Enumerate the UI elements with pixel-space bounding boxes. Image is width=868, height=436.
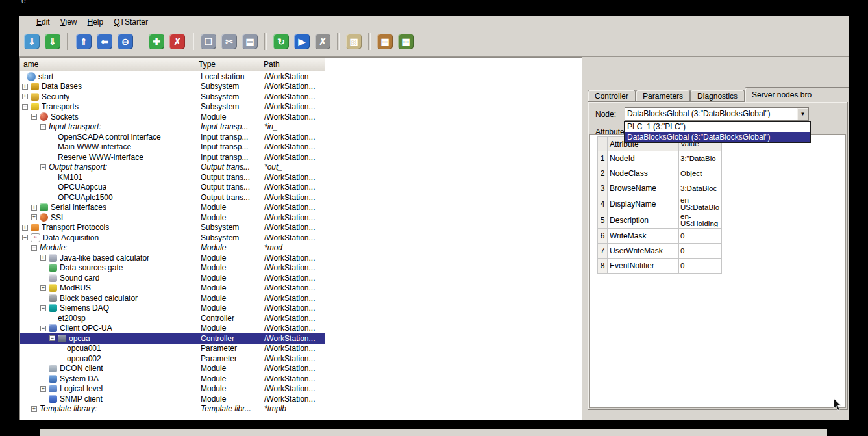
stop-button[interactable]: ✗: [313, 32, 332, 51]
tree-expander-minus-icon[interactable]: −: [49, 335, 55, 341]
tree-expander-plus-icon[interactable]: +: [22, 225, 28, 231]
copy-item-button[interactable]: ❏: [199, 32, 218, 51]
tree-row-opcuaplc1500[interactable]: OPCUAplc1500Output trans.../WorkStation.…: [20, 192, 325, 203]
tree-row-opcua002[interactable]: opcua002Parameter/WorkStation...: [20, 353, 325, 364]
tree-row-data-sources-gate[interactable]: Data sources gateModule/WorkStation...: [20, 263, 325, 274]
tree-expander-plus-icon[interactable]: +: [31, 205, 37, 211]
tab-controller[interactable]: Controller: [588, 90, 636, 102]
delete-item-button[interactable]: ✗: [167, 32, 187, 51]
forward-button[interactable]: ⊖: [116, 32, 135, 51]
tree-expander-minus-icon[interactable]: −: [22, 235, 28, 240]
tree-row-transports[interactable]: −TransportsSubsystem/WorkStation...: [20, 102, 325, 112]
menu-item-view[interactable]: View: [55, 17, 82, 27]
attr-row-userwritemask[interactable]: 7UserWriteMask0: [598, 244, 722, 259]
tree-header-name[interactable]: ame: [20, 58, 195, 71]
menu-item-help[interactable]: Help: [82, 17, 109, 27]
tree-item-path: /WorkStation...: [260, 283, 325, 292]
tree-row-reserve-www-interface[interactable]: Reserve WWW-interfaceInput transp.../Wor…: [20, 152, 325, 162]
tree-row-main-www-interface[interactable]: Main WWW-interfaceInput transp.../WorkSt…: [20, 142, 325, 153]
tree-expander-plus-icon[interactable]: +: [22, 84, 28, 90]
add-item-button[interactable]: ✚: [147, 32, 166, 51]
tree-expander-minus-icon[interactable]: −: [40, 326, 46, 331]
qtstarter-config-button[interactable]: ▦: [375, 32, 395, 51]
tree-row-java-like-based-calculator[interactable]: +Java-like based calculatorModule/WorkSt…: [20, 253, 325, 263]
tree-expander-plus-icon[interactable]: +: [31, 406, 37, 412]
tree-row-serial-interfaces[interactable]: +Serial interfacesModule/WorkStation...: [20, 203, 325, 213]
tree-row-et200sp[interactable]: et200spController/WorkStation...: [20, 313, 325, 324]
tree-row-dcon-client[interactable]: DCON clientModule/WorkStation...: [20, 364, 325, 374]
tree-row-logical-level[interactable]: +Logical levelModule/WorkStation...: [20, 384, 325, 394]
node-combobox[interactable]: DataBlocksGlobal (3:"DataBlocksGlobal") …: [625, 107, 809, 121]
tree-row-block-based-calculator[interactable]: Block based calculatorModule/WorkStation…: [20, 293, 325, 303]
tree-expander-plus-icon[interactable]: +: [40, 285, 46, 291]
attr-row-eventnotifier[interactable]: 8EventNotifier0: [598, 259, 722, 274]
tree-row-input-transport[interactable]: −Input transport:Input transp...*in_: [20, 122, 325, 133]
tree-expander-minus-icon[interactable]: −: [40, 164, 46, 170]
tree-expander-plus-icon[interactable]: +: [31, 214, 37, 220]
tree-item-label: opcua: [69, 334, 90, 343]
tree-row-opcuaopcua[interactable]: OPCUAopcuaOutput trans.../WorkStation...: [20, 183, 325, 193]
tab-diagnostics[interactable]: Diagnostics: [690, 90, 745, 102]
tree-row-modbus[interactable]: +ModBUSModule/WorkStation...: [20, 283, 325, 294]
tree-row-client-opc-ua[interactable]: −Client OPC-UAModule/WorkStation...: [20, 324, 325, 334]
tree-row-siemens-daq[interactable]: −Siemens DAQModule/WorkStation...: [20, 303, 325, 314]
up-level-button[interactable]: ⇑: [74, 32, 93, 51]
clean-icon: ▨: [346, 34, 362, 49]
tree-item-label: Module:: [40, 243, 68, 252]
tree-expander-minus-icon[interactable]: −: [40, 124, 46, 130]
tree-row-data-acquisition[interactable]: −Data AcquisitionSubsystem/WorkStation..…: [20, 233, 325, 243]
attr-value-cell: Object: [679, 166, 722, 181]
tree-row-transport-protocols[interactable]: +Transport ProtocolsSubsystem/WorkStatio…: [20, 223, 325, 233]
cut-item-button[interactable]: ✂: [219, 32, 239, 51]
dropdown-item-datablocksglobal-3-datablocksglobal[interactable]: DataBlocksGlobal (3:"DataBlocksGlobal"): [625, 132, 810, 142]
attr-row-displayname[interactable]: 4DisplayNameen- US:DataBlo: [598, 196, 722, 212]
tree-row-sockets[interactable]: −SocketsModule/WorkStation...: [20, 112, 325, 122]
attr-row-browsename[interactable]: 3BrowseName3:DataBloc: [598, 181, 722, 196]
tree-row-system-da[interactable]: System DAModule/WorkStation...: [20, 374, 325, 384]
tree-row-security[interactable]: +SecuritySubsystem/WorkStation...: [20, 92, 325, 102]
attr-row-writemask[interactable]: 6WriteMask0: [598, 229, 722, 244]
chevron-down-icon[interactable]: ▼: [797, 108, 808, 120]
tree-row-output-transport[interactable]: −Output transport:Output trans...*out_: [20, 162, 325, 173]
qtstarter-launch-button[interactable]: ▦: [396, 32, 415, 51]
menu-item-edit[interactable]: Edit: [31, 17, 55, 27]
tree-row-start[interactable]: startLocal station/WorkStation: [20, 71, 325, 82]
tree-row-opcua001[interactable]: opcua001Parameter/WorkStation...: [20, 344, 325, 354]
save-to-db-button[interactable]: ⇓: [43, 32, 62, 51]
attr-row-nodeclass[interactable]: 2NodeClassObject: [598, 166, 722, 181]
attr-row-nodeid[interactable]: 1NodeId3:"DataBlo: [598, 151, 722, 166]
tree-row-openscada-control-interface[interactable]: OpenSCADA control interfaceInput transp.…: [20, 132, 325, 142]
tree-expander-minus-icon[interactable]: −: [22, 104, 28, 110]
back-button[interactable]: ⇐: [95, 32, 114, 51]
tab-pane: Node: DataBlocksGlobal (3:"DataBlocksGlo…: [588, 101, 848, 410]
paste-item-button[interactable]: ▤: [240, 32, 260, 51]
tree-expander-plus-icon[interactable]: +: [40, 255, 46, 261]
attr-row-description[interactable]: 5Descriptionen- US:Holding: [598, 212, 722, 229]
start-button[interactable]: ▶: [292, 32, 312, 51]
tree-row-km101[interactable]: KM101Output trans.../WorkStation...: [20, 172, 325, 183]
tree-expander-minus-icon[interactable]: −: [31, 114, 37, 120]
tree-header-path[interactable]: Path: [260, 58, 325, 71]
tree-expander-minus-icon[interactable]: −: [40, 305, 46, 311]
logical-icon: [49, 385, 57, 392]
refresh-button[interactable]: ↻: [271, 32, 291, 51]
tree-row-opcua[interactable]: −opcuaController/WorkStation...: [20, 333, 325, 344]
databases-icon: [31, 83, 39, 90]
tree-row-module[interactable]: −Module:Module*mod_: [20, 243, 325, 253]
tree-row-data-bases[interactable]: +Data BasesSubsystem/WorkStation...: [20, 82, 325, 92]
load-from-db-button[interactable]: ⇓: [22, 32, 42, 51]
tab-parameters[interactable]: Parameters: [636, 90, 690, 102]
tree-header-type[interactable]: Type: [195, 58, 260, 71]
tree-expander-plus-icon[interactable]: +: [40, 386, 46, 392]
menu-item-qtstarter[interactable]: QTStarter: [108, 17, 153, 27]
tree-expander-minus-icon[interactable]: −: [31, 245, 37, 251]
tree-expander-plus-icon[interactable]: +: [22, 94, 28, 99]
dropdown-item-plc-1-3-plc[interactable]: PLC_1 (3:"PLC"): [625, 122, 810, 132]
tree-row-sound-card[interactable]: Sound cardModule/WorkStation...: [20, 273, 325, 283]
tree-row-ssl[interactable]: +SSLModule/WorkStation...: [20, 212, 325, 223]
tab-server-nodes-bro[interactable]: Server nodes bro: [745, 87, 849, 102]
tree-row-template-library[interactable]: +Template library:Template libr...*tmplb: [20, 404, 325, 415]
opcua-module-icon: [49, 324, 57, 332]
tree-row-snmp-client[interactable]: SNMP clientModule/WorkStation...: [20, 394, 325, 404]
clean-button[interactable]: ▨: [344, 32, 364, 51]
